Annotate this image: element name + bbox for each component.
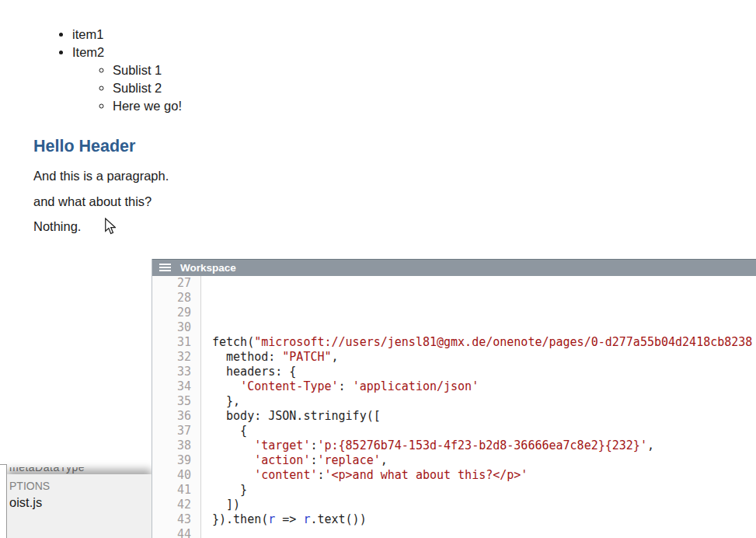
code-editor[interactable]: 2728293031fetch("microsoft://users/jensl… [152,276,756,538]
code-line[interactable]: 31fetch("microsoft://users/jensl81@gmx.d… [152,335,756,350]
line-number: 37 [152,424,191,438]
code-text: body: JSON.stringify([ [212,409,381,424]
hamburger-menu-icon[interactable] [159,264,171,273]
paragraph: Nothing. [33,219,81,234]
code-line[interactable]: 42 ]) [152,498,756,512]
paragraph: And this is a paragraph. [33,169,169,183]
line-number: 31 [152,335,191,350]
code-text: }).then(r => r.text()) [212,512,367,527]
sublist-item: Sublist 2 [113,79,182,97]
code-line[interactable]: 38 'target':'p:{85276b74-153d-4f23-b2d8-… [152,438,756,453]
code-text: 'target':'p:{85276b74-153d-4f23-b2d8-366… [212,438,654,453]
workspace-panel: Workspace 2728293031fetch("microsoft://u… [152,259,756,538]
code-text: 'Content-Type': 'application/json' [212,379,479,394]
code-text: }, [212,394,240,409]
code-line[interactable]: 30 [152,320,756,335]
popup-clipped-item: metaDataType [9,467,149,474]
code-line[interactable]: 28 [152,291,756,306]
line-number: 32 [152,350,191,365]
code-line[interactable]: 29 [152,306,756,320]
code-line[interactable]: 40 'content':'<p>and what about this?</p… [152,468,756,483]
popup-left-edge [0,464,7,538]
popup-panel: PTIONS oist.js [7,474,152,538]
code-line[interactable]: 32 method: "PATCH", [152,350,756,365]
line-number: 36 [152,409,191,424]
sublist-item: Sublist 1 [113,61,182,79]
code-text: } [212,483,247,498]
list-item: Item2 [72,44,182,61]
line-number: 35 [152,394,191,409]
sublist-item: Here we go! [113,97,182,115]
line-number: 43 [152,512,191,527]
list-item: item1 [72,26,182,44]
line-number: 30 [152,320,191,335]
page-heading: Hello Header [33,137,135,156]
code-line[interactable]: 33 headers: { [152,365,756,379]
line-number: 34 [152,379,191,394]
line-number: 40 [152,468,191,483]
line-number: 39 [152,453,191,468]
workspace-header: Workspace [152,259,756,276]
line-number: 44 [152,527,191,538]
code-line[interactable]: 44 [152,527,756,538]
line-number: 28 [152,291,191,306]
code-line[interactable]: 27 [152,276,756,291]
code-text: method: "PATCH", [212,350,339,365]
line-number: 27 [152,276,191,291]
page: item1 Item2 Sublist 1 Sublist 2 Here we … [0,0,756,538]
code-text: fetch("microsoft://users/jensl81@gmx.de/… [212,335,752,350]
code-text: 'content':'<p>and what about this?</p>' [212,468,528,483]
document-list: item1 Item2 Sublist 1 Sublist 2 Here we … [33,26,182,115]
code-text: headers: { [212,365,296,379]
line-number: 33 [152,365,191,379]
code-line[interactable]: 34 'Content-Type': 'application/json' [152,379,756,394]
code-line[interactable]: 43}).then(r => r.text()) [152,512,756,527]
workspace-title: Workspace [180,260,236,276]
line-number: 42 [152,498,191,512]
popup-item[interactable]: PTIONS [9,480,50,492]
code-line[interactable]: 36 body: JSON.stringify([ [152,409,756,424]
line-number: 38 [152,438,191,453]
code-line[interactable]: 41 } [152,483,756,498]
code-text: { [212,424,247,438]
line-number: 41 [152,483,191,498]
code-line[interactable]: 37 { [152,424,756,438]
mouse-cursor-icon [104,218,116,238]
paragraph: and what about this? [33,194,152,209]
code-lines: 2728293031fetch("microsoft://users/jensl… [152,276,756,538]
code-text: 'action':'replace', [212,453,388,468]
code-text: ]) [212,498,240,512]
popup-item[interactable]: oist.js [9,495,42,510]
code-line[interactable]: 39 'action':'replace', [152,453,756,468]
line-number: 29 [152,306,191,320]
code-line[interactable]: 35 }, [152,394,756,409]
